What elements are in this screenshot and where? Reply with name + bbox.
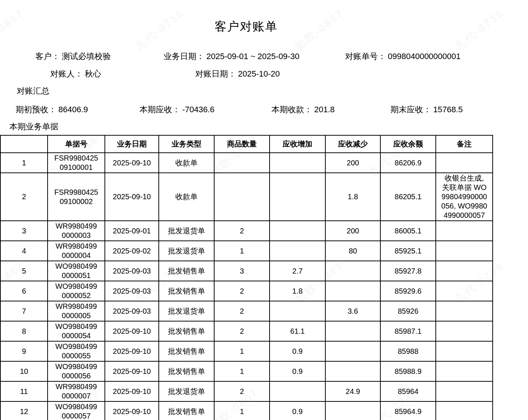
table-cell: 12 <box>0 401 48 420</box>
table-cell: 1.8 <box>325 173 380 221</box>
table-cell: 6 <box>0 281 48 301</box>
table-cell: WR99804990000005 <box>48 301 105 321</box>
table-cell: 2025-09-10 <box>105 173 159 221</box>
table-cell <box>270 173 325 221</box>
table-cell: 5 <box>0 261 48 281</box>
summary-opening-balance-label: 期初预收： <box>16 105 57 114</box>
table-cell <box>436 341 493 361</box>
table-cell: 7 <box>0 301 48 321</box>
table-cell: 4 <box>0 241 48 261</box>
summary-closing-balance: 期末应收：15768.5 <box>390 104 463 115</box>
table-cell: 85929.6 <box>380 281 436 301</box>
summary-period-received-label: 本期收款： <box>271 105 312 114</box>
table-cell <box>436 301 493 321</box>
customer-value: 测试必填校验 <box>62 52 111 61</box>
reconcile-date-label: 对账日期： <box>195 69 236 78</box>
business-date-value: 2025-09-01 ~ 2025-09-30 <box>206 52 299 61</box>
statement-no-value: 0998040000000001 <box>388 52 461 61</box>
table-cell: 3 <box>0 221 48 241</box>
table-cell: 2 <box>0 173 48 221</box>
table-cell <box>270 221 325 241</box>
table-cell: 85926 <box>380 301 436 321</box>
statement-no-field: 对账单号：0998040000000001 <box>345 51 461 62</box>
table-cell: 收款单 <box>159 153 214 173</box>
table-cell: 2 <box>214 321 270 341</box>
table-cell <box>325 261 380 281</box>
column-header-2: 业务日期 <box>105 135 159 153</box>
table-cell: 200 <box>325 221 380 241</box>
table-row: 7WR998049900000052025-09-03批发退货单23.68592… <box>0 301 493 321</box>
table-cell: 2025-09-02 <box>105 241 159 261</box>
reconciler-value: 秋心 <box>85 69 101 78</box>
business-date-field: 业务日期：2025-09-01 ~ 2025-09-30 <box>164 51 299 62</box>
column-header-0 <box>0 135 48 153</box>
table-cell <box>270 381 325 401</box>
table-cell <box>325 401 380 420</box>
table-row: 5WO998049900000512025-09-03批发销售单32.78592… <box>0 261 493 281</box>
table-cell: 批发销售单 <box>159 361 214 381</box>
table-cell: WR99804990000007 <box>48 381 105 401</box>
doc-no: WO99804990000051 <box>54 262 99 280</box>
statement-table: 单据号业务日期业务类型商品数量应收增加应收减少应收余额备注 1FSR998042… <box>0 135 493 420</box>
table-cell: WO99804990000055 <box>48 341 105 361</box>
table-cell: 200 <box>325 153 380 173</box>
table-cell <box>436 321 493 341</box>
table-cell: 86005.1 <box>380 221 436 241</box>
table-header-row: 单据号业务日期业务类型商品数量应收增加应收减少应收余额备注 <box>0 135 493 153</box>
table-cell <box>436 153 493 173</box>
table-row: 11WR998049900000072025-09-10批发退货单224.985… <box>0 381 493 401</box>
column-header-3: 业务类型 <box>159 135 214 153</box>
doc-no: WR99804990000007 <box>54 382 99 401</box>
table-cell: WO99804990000052 <box>48 281 105 301</box>
table-cell <box>270 301 325 321</box>
table-cell: 3 <box>214 261 270 281</box>
table-cell: 8 <box>0 321 48 341</box>
summary-opening-balance-value: 86406.9 <box>58 105 88 114</box>
table-cell: 10 <box>0 361 48 381</box>
summary-period-received: 本期收款：201.8 <box>271 104 335 115</box>
table-cell: 85988.9 <box>380 361 436 381</box>
table-cell <box>214 173 270 221</box>
table-cell: 2025-09-10 <box>105 361 159 381</box>
table-cell: 2025-09-10 <box>105 153 159 173</box>
table-row: 8WO998049900000542025-09-10批发销售单261.1859… <box>0 321 493 341</box>
table-row: 9WO998049900000552025-09-10批发销售单10.98598… <box>0 341 493 361</box>
table-cell: 1 <box>214 361 270 381</box>
doc-no: WR99804990000003 <box>54 222 99 240</box>
reconcile-date-value: 2025-10-20 <box>238 69 280 78</box>
table-cell <box>436 381 493 401</box>
table-cell: 86205.1 <box>380 173 436 221</box>
table-cell: FSR998042509100001 <box>48 153 105 173</box>
table-cell: 24.9 <box>325 381 380 401</box>
doc-no: FSR998042509100001 <box>54 154 99 172</box>
table-cell <box>436 281 493 301</box>
watermark-text: 如欧-0867 <box>526 132 528 180</box>
table-cell: WR99804990000003 <box>48 221 105 241</box>
table-cell: 2 <box>214 221 270 241</box>
summary-closing-balance-value: 15768.5 <box>433 105 463 114</box>
table-row: 2FSR9980425091000022025-09-10收款单1.886205… <box>0 173 493 221</box>
table-cell <box>325 341 380 361</box>
doc-no: WO99804990000056 <box>54 362 99 381</box>
table-cell: 2025-09-10 <box>105 321 159 341</box>
column-header-1: 单据号 <box>48 135 105 153</box>
table-cell: 2025-09-10 <box>105 341 159 361</box>
column-header-4: 商品数量 <box>214 135 270 153</box>
table-cell: 1.8 <box>270 281 325 301</box>
table-cell: 2 <box>214 301 270 321</box>
statement-no-label: 对账单号： <box>345 52 386 61</box>
doc-no: WO99804990000054 <box>54 322 99 340</box>
page-title: 客户对账单 <box>0 19 492 35</box>
table-cell: 2025-09-10 <box>105 381 159 401</box>
summary-section-title: 对账汇总 <box>17 85 49 97</box>
table-cell: 2 <box>214 381 270 401</box>
table-row: 4WR998049900000042025-09-02批发退货单18085925… <box>0 241 493 261</box>
reconciler-field: 对账人：秋心 <box>50 68 101 80</box>
doc-no: FSR998042509100002 <box>54 188 99 206</box>
reconcile-date-field: 对账日期：2025-10-20 <box>195 68 280 80</box>
table-cell <box>325 281 380 301</box>
table-cell: 2025-09-03 <box>105 301 159 321</box>
table-cell: 2025-09-03 <box>105 281 159 301</box>
column-header-5: 应收增加 <box>270 135 325 153</box>
table-cell: 批发退货单 <box>159 221 214 241</box>
